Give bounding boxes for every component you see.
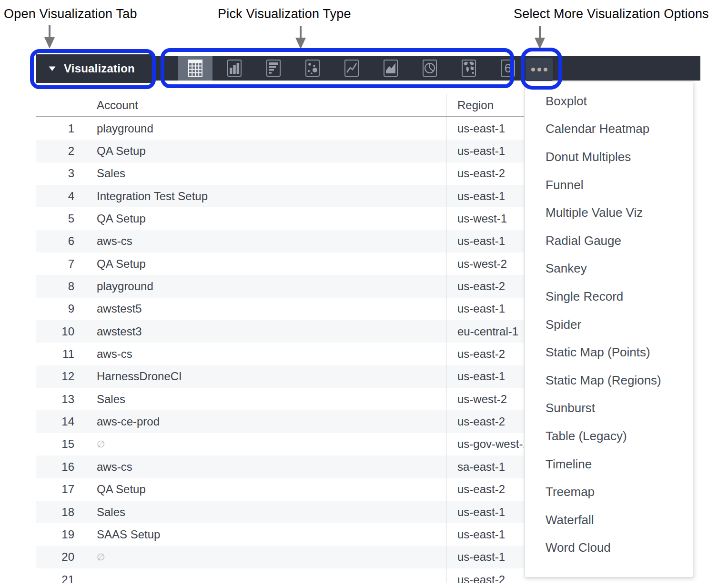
region-cell: us-east-1	[446, 185, 524, 207]
table-row: 10awstest3eu-central-1	[36, 320, 524, 343]
region-cell: eu-central-1	[446, 320, 524, 343]
bar-chart-icon	[266, 60, 281, 77]
row-number: 4	[36, 190, 86, 203]
row-number: 10	[36, 325, 86, 338]
account-cell: Integration Test Setup	[86, 185, 446, 207]
row-number: 13	[36, 393, 86, 406]
viz-type-column-button[interactable]	[217, 56, 252, 81]
row-number: 17	[36, 483, 86, 496]
table-row: 9awstest5us-east-1	[36, 298, 524, 320]
account-cell: playground	[86, 275, 446, 297]
menu-item-single-record[interactable]: Single Record	[525, 283, 693, 311]
account-cell: QA Setup	[86, 207, 446, 230]
caret-down-icon	[49, 66, 56, 71]
table-row: 4Integration Test Setupus-east-1	[36, 185, 524, 207]
viz-type-area-button[interactable]	[374, 56, 408, 81]
menu-item-table-legacy[interactable]: Table (Legacy)	[525, 422, 693, 450]
menu-item-multiple-value-viz[interactable]: Multiple Value Viz	[525, 199, 693, 227]
row-number: 8	[36, 280, 86, 293]
pie-chart-icon	[423, 60, 437, 77]
menu-item-donut-multiples[interactable]: Donut Multiples	[525, 143, 693, 171]
menu-item-timeline[interactable]: Timeline	[525, 450, 693, 478]
row-number: 20	[36, 550, 86, 564]
svg-text:6: 6	[505, 61, 511, 75]
table-row: 16aws-cssa-east-1	[36, 455, 524, 478]
account-cell: aws-cs	[86, 343, 446, 365]
account-cell: Sales	[86, 388, 446, 410]
account-cell: aws-ce-prod	[86, 410, 446, 433]
line-chart-icon	[344, 60, 359, 77]
more-viz-options-button[interactable]	[526, 58, 553, 81]
menu-item-waterfall[interactable]: Waterfall	[525, 506, 693, 534]
annotation-open-visualization-tab: Open Visualization Tab	[4, 7, 137, 21]
viz-type-line-button[interactable]	[334, 56, 369, 81]
table-viz-icon	[188, 60, 202, 77]
account-cell: awstest3	[86, 320, 446, 343]
menu-item-spider[interactable]: Spider	[525, 311, 693, 339]
viz-type-single-value-button[interactable]: 6	[491, 56, 525, 81]
viz-type-scatter-button[interactable]	[295, 56, 330, 81]
table-row: 7QA Setupus-west-2	[36, 253, 524, 275]
menu-item-static-map-points[interactable]: Static Map (Points)	[525, 338, 693, 366]
single-value-icon: 6	[501, 60, 515, 77]
menu-item-word-cloud[interactable]: Word Cloud	[525, 534, 693, 562]
area-chart-icon	[384, 60, 398, 77]
region-cell: us-east-1	[446, 501, 524, 523]
column-header-account[interactable]: Account	[86, 94, 446, 116]
table-body: 1playgroundus-east-12QA Setupus-east-13S…	[36, 117, 524, 583]
menu-item-treemap[interactable]: Treemap	[525, 478, 693, 506]
table-row: 3Salesus-east-2	[36, 162, 524, 185]
looker-visualization-screenshot: Open Visualization Tab Pick Visualizatio…	[0, 0, 728, 587]
region-cell: us-east-2	[446, 410, 524, 433]
menu-item-radial-gauge[interactable]: Radial Gauge	[525, 227, 693, 255]
region-cell: us-east-1	[446, 546, 524, 568]
table-header-row: Account Region	[36, 94, 524, 117]
row-number: 7	[36, 257, 86, 271]
region-cell: us-east-2	[446, 343, 524, 365]
region-cell: us-west-1	[446, 207, 524, 230]
row-number: 21	[36, 573, 86, 583]
row-number: 16	[36, 460, 86, 474]
scatter-plot-icon	[305, 60, 320, 77]
annotation-select-more-options: Select More Visualization Options	[514, 7, 709, 21]
null-value-icon: ∅	[97, 551, 105, 563]
account-cell: Sales	[86, 162, 446, 185]
table-row: 19SAAS Setupus-east-1	[36, 523, 524, 546]
row-number: 1	[36, 122, 86, 135]
menu-item-calendar-heatmap[interactable]: Calendar Heatmap	[525, 115, 693, 143]
visualization-tab[interactable]: Visualization	[36, 54, 152, 83]
region-cell: us-east-1	[446, 523, 524, 546]
menu-item-funnel[interactable]: Funnel	[525, 171, 693, 199]
table-row: 14aws-ce-produs-east-2	[36, 410, 524, 433]
account-cell: QA Setup	[86, 478, 446, 501]
viz-type-map-button[interactable]	[452, 56, 486, 81]
row-number: 11	[36, 347, 86, 361]
more-viz-menu: BoxplotCalendar HeatmapDonut MultiplesFu…	[524, 81, 693, 577]
table-row: 8playgroundus-east-2	[36, 275, 524, 297]
viz-type-pie-button[interactable]	[413, 56, 447, 81]
account-cell: QA Setup	[86, 253, 446, 275]
menu-item-sankey[interactable]: Sankey	[525, 255, 693, 283]
region-cell: us-west-2	[446, 388, 524, 410]
region-cell: us-west-2	[446, 253, 524, 275]
row-number: 19	[36, 528, 86, 541]
account-cell: aws-cs	[86, 455, 446, 478]
region-cell: us-east-1	[446, 230, 524, 253]
menu-item-static-map-regions[interactable]: Static Map (Regions)	[525, 366, 693, 395]
table-row: 6aws-csus-east-1	[36, 230, 524, 253]
menu-item-sunburst[interactable]: Sunburst	[525, 395, 693, 423]
table-row: 17QA Setupus-east-2	[36, 478, 524, 501]
account-cell: QA Setup	[86, 140, 446, 162]
row-number: 3	[36, 167, 86, 180]
region-cell: us-east-1	[446, 140, 524, 162]
account-cell: playground	[86, 117, 446, 140]
region-cell: us-east-2	[446, 162, 524, 185]
viz-type-table-button[interactable]	[178, 56, 212, 81]
account-cell: HarnessDroneCI	[86, 365, 446, 388]
region-cell: sa-east-1	[446, 455, 524, 478]
column-header-region[interactable]: Region	[446, 94, 524, 116]
viz-type-bar-button[interactable]	[256, 56, 291, 81]
region-cell: us-east-2	[446, 275, 524, 297]
menu-item-boxplot[interactable]: Boxplot	[525, 87, 693, 115]
visualization-tab-label: Visualization	[64, 62, 135, 75]
